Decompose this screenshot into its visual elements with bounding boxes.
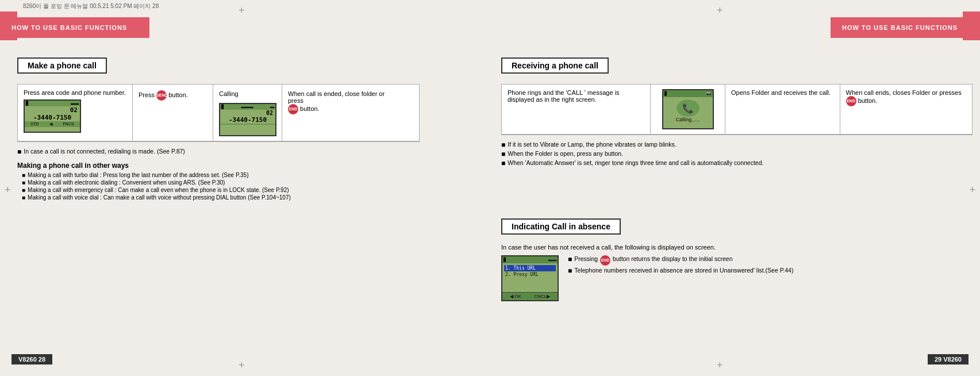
recv-col2: ▊📷 📞 Calling...... — [651, 85, 725, 134]
right-bottom-crosshair: + — [717, 359, 723, 371]
screen1-topbar: ▊▬▬ — [25, 101, 80, 106]
screen2-number-top: 02 — [220, 110, 275, 116]
absence-screen-line1: 1. This URL — [504, 265, 556, 271]
sub-note-3: ■ Making a call with voice dial : Can ma… — [22, 194, 471, 201]
make-call-section: Make a phone call Press area code and ph… — [17, 57, 471, 202]
calling-text: 📞 Calling...... — [663, 97, 713, 125]
absence-note2: ■ Telephone numbers received in absence … — [568, 267, 793, 275]
absence-notes: ■ Pressing END button returns the displa… — [568, 255, 793, 301]
recv-note3-text: When 'Automatic Answer' is set, ringer t… — [508, 159, 763, 167]
sub-section-title: Making a phone call in other ways — [17, 162, 471, 170]
top-meta-text: 8260이 폴 로잉 문 메뉴얼 00.5.21 5:02 PM 페이지 28 — [23, 2, 159, 10]
absence-note2-text: Telephone numbers received in absence ar… — [574, 267, 793, 275]
absence-intro: In case the user has not received a call… — [501, 244, 973, 251]
recv-note3: ■ When 'Automatic Answer' is set, ringer… — [501, 159, 973, 167]
step1-text: Press area code and phone number. — [24, 89, 126, 96]
screen1-bottombar: STD◀FNCS — [25, 121, 80, 127]
sub-note-1-text: Making a call with electronic dialing : … — [28, 179, 225, 186]
sub-note-1: ■ Making a call with electronic dialing … — [22, 179, 471, 186]
receiving-notes: ■ If it is set to Vibrate or Lamp, the p… — [501, 141, 973, 167]
sub-note-2-text: Making a call with emergency call : Can … — [28, 187, 289, 193]
right-top-crosshair: + — [717, 5, 723, 17]
recv-col4: When call ends, closes Folder or presses… — [840, 85, 972, 134]
step3-cell: Calling ▊▬▬▬▬ 02 -3440-7150 — [213, 85, 282, 141]
recv-col3: Opens Folder and receives the call. — [725, 85, 840, 134]
absence-screen-line2: 2. Proxy URL — [504, 271, 556, 278]
right-header-text: HOW TO USE BASIC FUNCTIONS — [842, 24, 958, 31]
right-side-crosshair: + — [969, 184, 975, 196]
screen1-phone: -3440-7150 — [25, 114, 80, 121]
make-call-steps: Press area code and phone number. ▊▬▬ 02… — [17, 84, 420, 142]
step2-text: Press — [139, 91, 155, 98]
send-button-icon: SEND — [156, 90, 167, 101]
absence-section: Indicating Call in absence In case the u… — [501, 218, 973, 301]
receiving-steps-table: Phone rings and the 'CALL ' message is d… — [501, 84, 973, 135]
calling-screen: ▊📷 📞 Calling...... — [662, 89, 714, 129]
absence-phone-screen: ▊▬▬ 1. This URL 2. Proxy URL ◀ OKCNCL▶ — [501, 255, 559, 301]
absence-note1: ■ Pressing END button returns the displa… — [568, 255, 793, 266]
step4-text: When call is ended, close folder or pres… — [288, 90, 385, 104]
bottom-crosshair: + — [239, 359, 245, 371]
sub-note-3-text: Making a call with voice dial : Can make… — [28, 194, 291, 201]
screen2: ▊▬▬▬▬ 02 -3440-7150 — [219, 103, 276, 136]
sub-note-0-text: Making a call with turbo dial : Press lo… — [28, 172, 248, 178]
right-page: HOW TO USE BASIC FUNCTIONS Receiving a p… — [490, 0, 980, 376]
sub-note-0: ■ Making a call with turbo dial : Press … — [22, 172, 471, 178]
receiving-call-section: Receiving a phone call Phone rings and t… — [501, 57, 973, 168]
left-page: HOW TO USE BASIC FUNCTIONS Make a phone … — [0, 0, 490, 376]
screen2-phone: -3440-7150 — [220, 116, 275, 124]
step4-suffix: button. — [300, 105, 320, 112]
recv-col1-text: Phone rings and the 'CALL ' message is d… — [508, 89, 620, 103]
right-page-number: 29 V8260 — [928, 354, 969, 365]
recv-col4-suffix: button. — [858, 97, 878, 104]
absence-title: Indicating Call in absence — [501, 218, 621, 235]
make-call-title: Make a phone call — [17, 57, 107, 74]
left-header-text: HOW TO USE BASIC FUNCTIONS — [11, 24, 127, 31]
note1-text: In case a call is not connected, rediali… — [24, 148, 185, 156]
receiving-call-title: Receiving a phone call — [501, 57, 609, 74]
left-crosshair: + — [5, 184, 11, 196]
left-page-number: V8260 28 — [11, 354, 52, 365]
step3-text: Calling — [219, 90, 239, 97]
recv-note2: ■ When the Folder is open, press any but… — [501, 150, 973, 158]
sub-notes: ■ Making a call with turbo dial : Press … — [17, 172, 471, 201]
recv-note1-text: If it is set to Vibrate or Lamp, the pho… — [508, 141, 676, 149]
recv-note2-text: When the Folder is open, press any butto… — [508, 150, 623, 158]
absence-content: ▊▬▬ 1. This URL 2. Proxy URL ◀ OKCNCL▶ ■… — [501, 255, 973, 301]
recv-col3-text: Opens Folder and receives the call. — [731, 89, 831, 96]
note1: ■ In case a call is not connected, redia… — [17, 148, 471, 156]
step2-suffix: button. — [168, 91, 188, 98]
recv-note1: ■ If it is set to Vibrate or Lamp, the p… — [501, 141, 973, 149]
note1-bullet: ■ — [17, 148, 21, 156]
screen2-topbar: ▊▬▬▬▬ — [220, 104, 275, 110]
step2-cell: Press SEND button. — [133, 85, 213, 141]
step1-cell: Press area code and phone number. ▊▬▬ 02… — [18, 85, 133, 141]
screen1-number: 02 — [25, 106, 80, 114]
recv-col4-text: When call ends, closes Folder or presses — [846, 89, 962, 96]
absence-note1-prefix: Pressing — [574, 255, 598, 266]
absence-note1-suffix: button returns the display to the initia… — [613, 255, 732, 266]
right-header-banner: HOW TO USE BASIC FUNCTIONS — [831, 17, 980, 38]
absence-end-btn: END — [600, 255, 610, 266]
recv-end-btn: END — [846, 96, 856, 106]
make-call-notes: ■ In case a call is not connected, redia… — [17, 148, 471, 156]
recv-col1: Phone rings and the 'CALL ' message is d… — [502, 85, 651, 134]
screen2-bottombar — [220, 124, 275, 125]
left-header-banner: HOW TO USE BASIC FUNCTIONS — [0, 17, 149, 38]
top-crosshair: + — [239, 5, 245, 17]
end-button-icon: END — [288, 104, 298, 114]
screen1: ▊▬▬ 02 -3440-7150 STD◀FNCS — [24, 99, 81, 133]
step4-cell: When call is ended, close folder or pres… — [282, 85, 397, 141]
sub-note-2: ■ Making a call with emergency call : Ca… — [22, 187, 471, 193]
